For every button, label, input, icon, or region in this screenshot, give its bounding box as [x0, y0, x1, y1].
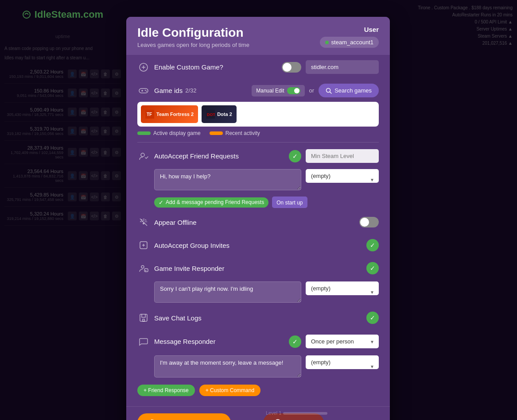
user-online-dot	[325, 41, 329, 44]
min-steam-level-input[interactable]	[306, 149, 379, 163]
svg-text:TF: TF	[147, 112, 152, 117]
modal-user-block: User steam_account1	[320, 26, 379, 48]
svg-point-4	[146, 90, 147, 91]
save-chat-label: Save Chat Logs	[154, 314, 362, 322]
search-games-button[interactable]: Search games	[319, 84, 379, 97]
offline-icon	[137, 216, 150, 228]
game-invite-dropdown-wrapper: (empty)	[306, 281, 379, 303]
friend-req-row: ✓ Add & message pending Friend Requests …	[135, 194, 381, 211]
message-responder-textarea[interactable]: I'm away at the moment sorry, leave a me…	[154, 355, 301, 378]
autoaccept-group-label: AutoAccept Group Invites	[154, 242, 362, 249]
group-icon	[137, 239, 150, 251]
svg-text:DOTA: DOTA	[207, 112, 215, 117]
legend-active-label: Active display game	[153, 130, 201, 136]
message-responder-label: Message Responder	[154, 338, 284, 345]
level-progress-bar	[283, 412, 327, 415]
save-icon	[137, 312, 150, 324]
svg-point-3	[145, 89, 146, 90]
min-steam-dropdown-wrapper: (empty)	[306, 169, 379, 190]
game-invite-msg-row: Sorry I can't play right now. I'm idling…	[135, 280, 381, 306]
modal-user-name: steam_account1	[331, 39, 373, 46]
message-responder-check[interactable]: ✓	[289, 335, 301, 348]
custom-game-input[interactable]	[306, 60, 379, 74]
friend-response-button[interactable]: + Friend Response	[137, 385, 195, 396]
legend-active: Active display game	[137, 130, 201, 136]
game-ids-label: Game ids 2/32	[154, 87, 197, 94]
legend-recent-label: Recent activity	[225, 130, 260, 136]
autoaccept-group-row: AutoAccept Group Invites ✓	[135, 234, 381, 257]
manual-edit-button[interactable]: Manual Edit	[252, 85, 304, 96]
update-live-config-button[interactable]: Update Live Config	[137, 413, 231, 420]
idle-config-modal: Idle Configuration Leaves games open for…	[126, 17, 390, 420]
modal-subtitle: Leaves games open for long periods of ti…	[137, 42, 249, 48]
message-responder-dropdown[interactable]: Once per person	[306, 335, 379, 348]
bg-bottom: Level 1	[266, 410, 327, 416]
autoacept-row: AutoAccept Friend Requests ✓	[135, 145, 381, 167]
invite-icon	[137, 262, 150, 274]
friend-req-badge: ✓ Add & message pending Friend Requests	[154, 197, 268, 208]
autoaccept-group-check[interactable]: ✓	[366, 239, 379, 251]
enable-custom-game-label: Enable Custom Game?	[154, 63, 277, 71]
friend-msg-row: Hi, how may I help? (empty)	[135, 167, 381, 194]
svg-rect-16	[140, 314, 147, 321]
games-thumbnails-area: TF Team Fortress 2 DOTA Dota 2	[137, 102, 379, 127]
friend-icon	[137, 150, 150, 162]
friend-req-badge-text: Add & message pending Friend Requests	[166, 199, 264, 205]
legend-active-bar	[137, 131, 151, 135]
modal-body: Enable Custom Game? Game ids 2/32	[126, 55, 390, 406]
game-invite-check[interactable]: ✓	[366, 262, 379, 274]
modal-footer: Update Live Config Stop Idle IVN: 137	[126, 406, 390, 420]
message-icon	[137, 335, 150, 348]
legend-recent-bar	[210, 131, 223, 135]
modal-title: Idle Configuration	[137, 26, 249, 40]
bottom-btns-row: + Friend Response + Custom Command	[135, 381, 381, 400]
game-invite-label: Game Invite Responder	[154, 265, 362, 272]
message-responder-dropdown2-wrapper: (empty)	[306, 355, 379, 378]
autoacept-check[interactable]: ✓	[289, 150, 301, 162]
game-invite-row: Game Invite Responder ✓	[135, 257, 381, 280]
game-ids-count: 2/32	[185, 87, 196, 94]
svg-rect-15	[144, 269, 148, 272]
appear-offline-toggle[interactable]	[359, 217, 379, 227]
game-thumb-dota2[interactable]: DOTA Dota 2	[202, 105, 237, 123]
or-text: or	[309, 87, 315, 94]
svg-point-14	[141, 266, 144, 268]
save-chat-check[interactable]: ✓	[366, 312, 379, 324]
enable-custom-game-toggle[interactable]	[282, 62, 301, 73]
divider-1	[137, 142, 379, 143]
game-thumb-tf2[interactable]: TF Team Fortress 2	[141, 105, 198, 123]
on-startup-text: On start up	[276, 200, 303, 206]
svg-point-10	[141, 153, 144, 157]
game-icon	[137, 61, 150, 73]
modal-header: Idle Configuration Leaves games open for…	[126, 17, 390, 55]
min-steam-dropdown[interactable]: (empty)	[306, 169, 379, 183]
game-ids-row: Game ids 2/32 Manual Edit or Search game…	[135, 79, 381, 102]
manual-edit-toggle	[287, 87, 300, 94]
autoacept-label: AutoAccept Friend Requests	[154, 152, 284, 160]
message-responder-dropdown2[interactable]: (empty)	[306, 355, 379, 369]
message-responder-dropdown-wrapper: Once per person	[306, 335, 379, 348]
friend-msg-textarea[interactable]: Hi, how may I help?	[154, 169, 301, 190]
modal-user-badge: steam_account1	[320, 37, 379, 48]
custom-command-button[interactable]: + Custom Command	[199, 385, 260, 396]
appear-offline-label: Appear Offline	[154, 219, 355, 226]
message-responder-row: Message Responder ✓ Once per person	[135, 329, 381, 354]
svg-line-12	[140, 219, 147, 226]
game-invite-msg-textarea[interactable]: Sorry I can't play right now. I'm idling	[154, 281, 301, 303]
toggle-thumb	[283, 63, 292, 72]
modal-title-block: Idle Configuration Leaves games open for…	[137, 26, 249, 48]
enable-custom-game-row: Enable Custom Game?	[135, 55, 381, 79]
controller-icon	[137, 85, 150, 97]
appear-offline-row: Appear Offline	[135, 211, 381, 234]
message-responder-msg-row: I'm away at the moment sorry, leave a me…	[135, 354, 381, 381]
game-invite-dropdown[interactable]: (empty)	[306, 281, 379, 295]
on-startup-badge: On start up	[272, 197, 307, 208]
svg-rect-17	[143, 319, 144, 321]
modal-user-label: User	[320, 26, 379, 33]
legend-row: Active display game Recent activity	[135, 127, 381, 140]
dota2-label: Dota 2	[217, 112, 232, 117]
save-chat-row: Save Chat Logs ✓	[135, 306, 381, 329]
legend-recent: Recent activity	[210, 130, 260, 136]
tf2-label: Team Fortress 2	[156, 112, 194, 117]
